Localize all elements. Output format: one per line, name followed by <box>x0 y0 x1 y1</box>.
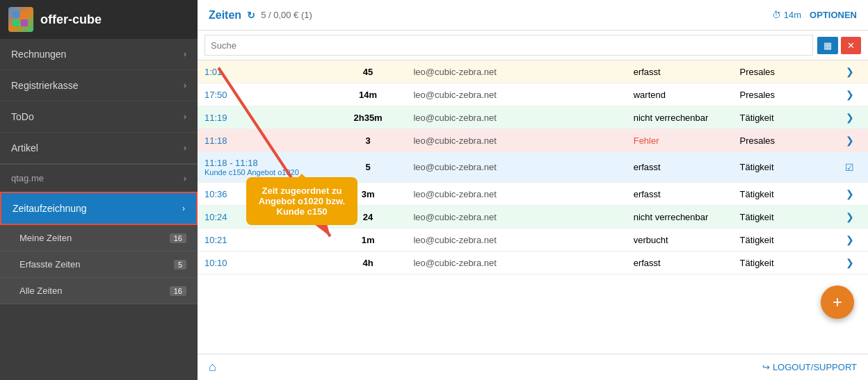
row-status: nicht verrechenbar <box>627 106 733 129</box>
row-category: Presales <box>732 129 831 152</box>
badge-alle-zeiten: 16 <box>170 286 186 296</box>
table-row: 11:18 3 leo@cubic-zebra.net Fehler Presa… <box>198 129 868 152</box>
chevron-right-icon[interactable]: ❯ <box>846 89 854 100</box>
sidebar-item-zeitaufzeichnung[interactable]: Zeitaufzeichnung › <box>0 192 198 225</box>
chevron-right-icon[interactable]: ❯ <box>846 135 854 146</box>
sidebar-item-todo[interactable]: ToDo › <box>0 101 198 133</box>
row-action[interactable]: ❯ <box>832 206 868 229</box>
row-status: Fehler <box>627 129 733 152</box>
row-email: leo@cubic-zebra.net <box>406 251 626 274</box>
chevron-right-icon[interactable]: ❯ <box>846 234 854 245</box>
row-email: leo@cubic-zebra.net <box>406 206 626 229</box>
row-status: erfasst <box>627 251 733 274</box>
table-row: 17:50 14m leo@cubic-zebra.net wartend Pr… <box>198 83 868 106</box>
header-meta: 5 / 0,00 € (1) <box>261 10 312 20</box>
checkbox-icon[interactable]: ☑ <box>845 162 854 173</box>
sidebar-item-registrierkasse[interactable]: Registrierkasse › <box>0 70 198 101</box>
row-email: leo@cubic-zebra.net <box>406 229 626 251</box>
row-action[interactable]: ☑ <box>832 152 868 183</box>
chevron-right-icon[interactable]: ❯ <box>846 112 854 123</box>
table-row: 1:01 45 leo@cubic-zebra.net erfasst Pres… <box>198 60 868 83</box>
row-status: wartend <box>627 83 733 106</box>
filter-button[interactable]: ▦ <box>817 37 838 54</box>
row-category: Tätigkeit <box>732 152 831 183</box>
row-time: 11:19 <box>198 106 330 129</box>
chevron-right-icon: › <box>184 173 186 183</box>
row-duration: 3 <box>330 129 407 152</box>
row-status: nicht verrechenbar <box>627 206 733 229</box>
tooltip: Zeit zugeordnet zu Angebot o1020 bzw. Ku… <box>246 177 357 225</box>
chevron-right-icon[interactable]: ❯ <box>846 257 854 268</box>
row-email: leo@cubic-zebra.net <box>406 83 626 106</box>
search-input[interactable] <box>204 35 813 56</box>
row-email: leo@cubic-zebra.net <box>406 152 626 183</box>
row-email: leo@cubic-zebra.net <box>406 106 626 129</box>
sidebar-item-qtag[interactable]: qtag.me › <box>0 164 198 192</box>
row-category: Tätigkeit <box>732 229 831 251</box>
row-time: 17:50 <box>198 83 330 106</box>
home-icon[interactable]: ⌂ <box>209 360 216 374</box>
row-action[interactable]: ❯ <box>832 129 868 152</box>
logout-link[interactable]: ↪ LOGOUT/SUPPORT <box>762 362 857 372</box>
options-button[interactable]: OPTIONEN <box>810 10 857 20</box>
row-duration: 14m <box>330 83 407 106</box>
row-duration: 4h <box>330 251 407 274</box>
fab-add-button[interactable]: + <box>821 286 854 319</box>
row-status: erfasst <box>627 60 733 83</box>
app-logo <box>8 7 33 32</box>
sidebar-item-rechnungen[interactable]: Rechnungen › <box>0 39 198 70</box>
chevron-right-icon: › <box>184 143 186 153</box>
app-title: offer-cube <box>40 13 102 27</box>
row-category: Tätigkeit <box>732 183 831 206</box>
chevron-right-icon: › <box>184 81 186 90</box>
row-action[interactable]: ❯ <box>832 183 868 206</box>
row-duration: 2h35m <box>330 106 407 129</box>
row-action[interactable]: ❯ <box>832 83 868 106</box>
sidebar-subnav: Meine Zeiten 16 Erfasste Zeiten 5 Alle Z… <box>0 225 198 304</box>
svg-rect-3 <box>21 19 28 26</box>
row-category: Presales <box>732 83 831 106</box>
svg-rect-2 <box>13 19 19 26</box>
row-status: verbucht <box>627 229 733 251</box>
zeiten-title: Zeiten <box>209 9 241 22</box>
chevron-right-icon: › <box>184 49 186 59</box>
row-action[interactable]: ❯ <box>832 106 868 129</box>
table-row: 10:10 4h leo@cubic-zebra.net erfasst Tät… <box>198 251 868 274</box>
time-badge: ⏱ 14m <box>772 10 801 20</box>
time-table: 1:01 45 leo@cubic-zebra.net erfasst Pres… <box>198 60 868 274</box>
row-category: Tätigkeit <box>732 206 831 229</box>
row-email: leo@cubic-zebra.net <box>406 60 626 83</box>
svg-rect-0 <box>13 11 19 18</box>
chevron-right-icon[interactable]: ❯ <box>846 211 854 222</box>
sidebar: offer-cube Rechnungen › Registrierkasse … <box>0 0 198 380</box>
row-time: 10:21 <box>198 229 330 251</box>
row-action[interactable]: ❯ <box>832 229 868 251</box>
row-email: leo@cubic-zebra.net <box>406 183 626 206</box>
chevron-right-icon: › <box>184 112 186 122</box>
main-footer: ⌂ ↪ LOGOUT/SUPPORT <box>198 354 868 380</box>
refresh-icon[interactable]: ↻ <box>247 10 255 21</box>
row-action[interactable]: ❯ <box>832 251 868 274</box>
time-table-container: 1:01 45 leo@cubic-zebra.net erfasst Pres… <box>198 60 868 354</box>
row-time: 1:01 <box>198 60 330 83</box>
chevron-right-icon[interactable]: ❯ <box>846 188 854 199</box>
sidebar-subitem-alle-zeiten[interactable]: Alle Zeiten 16 <box>0 278 198 304</box>
row-category: Tätigkeit <box>732 251 831 274</box>
search-bar: ▦ ✕ <box>198 31 868 60</box>
chevron-right-icon: › <box>182 204 185 213</box>
main-content: Zeiten ↻ 5 / 0,00 € (1) ⏱ 14m OPTIONEN ▦… <box>198 0 868 380</box>
row-status: erfasst <box>627 152 733 183</box>
row-time: 10:10 <box>198 251 330 274</box>
sidebar-subitem-erfasste-zeiten[interactable]: Erfasste Zeiten 5 <box>0 251 198 278</box>
sidebar-item-artikel[interactable]: Artikel › <box>0 133 198 164</box>
chevron-right-icon[interactable]: ❯ <box>846 66 854 77</box>
row-category: Tätigkeit <box>732 106 831 129</box>
row-action[interactable]: ❯ <box>832 60 868 83</box>
sidebar-nav: Rechnungen › Registrierkasse › ToDo › Ar… <box>0 39 198 380</box>
badge-meine-zeiten: 16 <box>170 233 186 243</box>
sidebar-subitem-meine-zeiten[interactable]: Meine Zeiten 16 <box>0 225 198 251</box>
table-row: 10:21 1m leo@cubic-zebra.net verbucht Tä… <box>198 229 868 251</box>
row-duration: 1m <box>330 229 407 251</box>
clear-button[interactable]: ✕ <box>841 37 861 54</box>
row-status: erfasst <box>627 183 733 206</box>
